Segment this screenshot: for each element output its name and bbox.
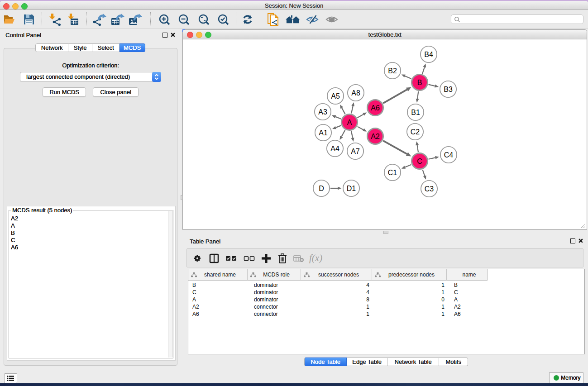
svg-text:B3: B3 <box>444 86 453 93</box>
svg-text:B4: B4 <box>424 51 433 58</box>
svg-text:A3: A3 <box>318 108 327 116</box>
svg-text:A2: A2 <box>371 133 380 140</box>
svg-text:C: C <box>417 157 422 165</box>
svg-text:C4: C4 <box>444 151 454 159</box>
svg-text:A4: A4 <box>330 145 339 152</box>
svg-text:A: A <box>347 119 352 126</box>
svg-text:B1: B1 <box>411 109 420 116</box>
svg-text:C2: C2 <box>411 128 420 136</box>
svg-text:B2: B2 <box>388 67 397 75</box>
svg-text:A7: A7 <box>351 148 360 155</box>
svg-text:B: B <box>417 79 422 86</box>
svg-text:A5: A5 <box>331 92 340 100</box>
svg-text:C1: C1 <box>388 169 397 176</box>
svg-text:A1: A1 <box>319 129 328 137</box>
svg-text:D: D <box>319 185 324 192</box>
svg-text:C3: C3 <box>425 185 434 193</box>
svg-text:A8: A8 <box>351 89 360 97</box>
svg-text:D1: D1 <box>347 185 356 192</box>
svg-text:A6: A6 <box>371 104 380 112</box>
